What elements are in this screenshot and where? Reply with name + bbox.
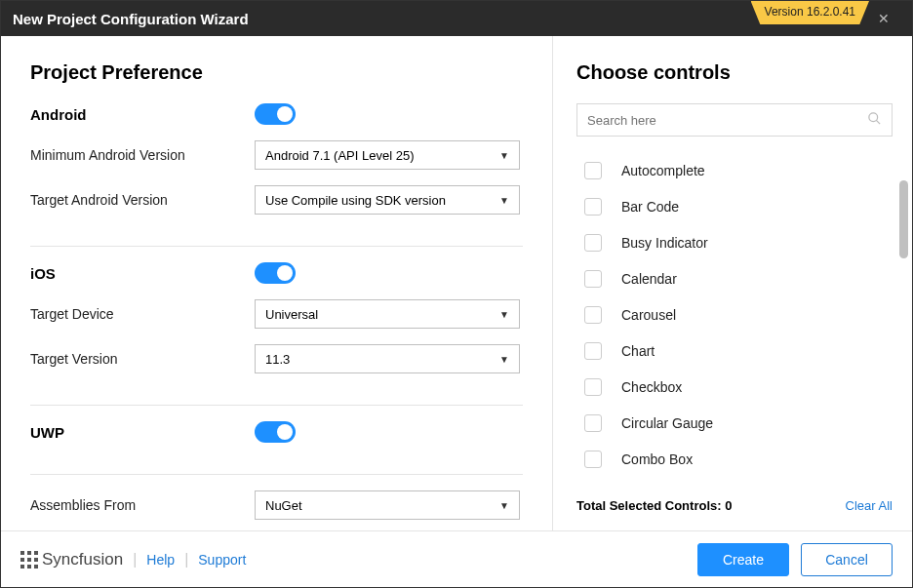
toggle-android[interactable] [255,103,296,125]
svg-rect-3 [27,551,31,555]
checkbox[interactable] [584,198,602,216]
close-icon: ✕ [878,11,890,26]
control-item[interactable]: Combo Box [576,441,887,477]
totals-row: Total Selected Controls: 0 Clear All [576,490,893,521]
control-item-label: Circular Gauge [621,415,713,431]
select-target-android[interactable]: Use Compile using SDK version ▼ [255,185,520,215]
title-bar: New Project Configuration Wizard Version… [1,1,912,36]
control-item[interactable]: Busy Indicator [576,224,887,260]
control-item[interactable]: Checkbox [576,369,887,405]
select-min-android-value: Android 7.1 (API Level 25) [265,148,414,163]
brand-logo: Syncfusion [20,550,123,569]
support-link[interactable]: Support [198,552,246,568]
control-item-label: Checkbox [621,379,682,395]
label-assemblies-from: Assemblies From [30,497,255,513]
svg-rect-6 [27,558,31,562]
chevron-down-icon: ▼ [499,309,509,320]
select-target-device[interactable]: Universal ▼ [255,299,520,329]
checkbox[interactable] [584,342,602,360]
svg-rect-8 [20,565,24,568]
control-item[interactable]: Circular Gauge [576,405,887,441]
section-assemblies: Assemblies From NuGet ▼ [30,490,523,530]
section-uwp: UWP [30,421,523,475]
control-item[interactable]: Carousel [576,296,887,333]
select-target-version-value: 11.3 [265,352,290,367]
label-target-version: Target Version [30,351,255,367]
chevron-down-icon: ▼ [499,500,509,511]
platform-ios-label: iOS [30,265,255,282]
content: Project Preference Android Minimum Andro… [1,36,912,530]
project-preference-pane: Project Preference Android Minimum Andro… [1,36,552,530]
checkbox[interactable] [584,306,602,324]
cancel-button[interactable]: Cancel [801,543,893,576]
svg-rect-5 [20,558,24,562]
separator: | [184,551,188,568]
label-target-android: Target Android Version [30,192,255,208]
svg-rect-7 [34,558,38,562]
select-target-android-value: Use Compile using SDK version [265,193,446,208]
footer: Syncfusion | Help | Support Create Cance… [1,530,912,587]
search-wrap [576,103,893,137]
search-input[interactable] [587,113,867,128]
svg-rect-4 [34,551,38,555]
svg-point-0 [869,113,878,122]
control-item-label: Bar Code [621,199,679,215]
version-badge: Version 16.2.0.41 [751,1,869,24]
select-assemblies-from[interactable]: NuGet ▼ [255,490,520,520]
create-button[interactable]: Create [697,543,789,576]
control-item[interactable]: Chart [576,333,887,369]
svg-rect-9 [27,565,31,568]
select-target-device-value: Universal [265,307,318,322]
checkbox[interactable] [584,270,602,288]
clear-all-link[interactable]: Clear All [846,498,893,513]
control-item-label: Calendar [621,271,677,287]
select-assemblies-from-value: NuGet [265,498,302,513]
platform-android-label: Android [30,106,255,123]
project-preference-header: Project Preference [30,61,523,84]
toggle-ios[interactable] [255,262,296,284]
checkbox[interactable] [584,451,602,468]
control-item[interactable]: Bar Code [576,188,887,224]
checkbox[interactable] [584,234,602,252]
choose-controls-header: Choose controls [576,61,893,84]
control-item-label: Combo Box [621,451,693,467]
chevron-down-icon: ▼ [499,195,509,206]
section-ios: iOS Target Device Universal ▼ Target Ver… [30,262,523,406]
platform-uwp-label: UWP [30,424,255,441]
scrollbar-thumb[interactable] [899,180,908,258]
label-min-android: Minimum Android Version [30,147,255,163]
chevron-down-icon: ▼ [499,150,509,161]
control-item-label: Carousel [621,307,676,323]
syncfusion-icon [20,551,38,568]
control-item-label: Autocomplete [621,163,705,178]
svg-line-1 [876,120,880,124]
help-link[interactable]: Help [146,552,175,568]
window-title: New Project Configuration Wizard [13,11,249,27]
close-button[interactable]: ✕ [867,11,900,26]
select-min-android[interactable]: Android 7.1 (API Level 25) ▼ [255,140,520,170]
control-item[interactable]: Calendar [576,260,887,296]
control-item-label: Chart [621,343,655,359]
svg-rect-10 [34,565,38,568]
brand-text: Syncfusion [42,550,123,569]
separator: | [133,551,137,568]
checkbox[interactable] [584,378,602,396]
control-list[interactable]: AutocompleteBar CodeBusy IndicatorCalend… [576,152,893,490]
total-selected-label: Total Selected Controls: 0 [576,498,732,513]
label-target-device: Target Device [30,306,255,322]
chevron-down-icon: ▼ [499,354,509,365]
choose-controls-pane: Choose controls AutocompleteBar CodeBusy… [553,36,912,530]
select-target-version[interactable]: 11.3 ▼ [255,344,520,373]
checkbox[interactable] [584,162,602,179]
search-icon [867,111,882,129]
section-android: Android Minimum Android Version Android … [30,103,523,247]
svg-rect-2 [20,551,24,555]
checkbox[interactable] [584,414,602,432]
toggle-uwp[interactable] [255,421,296,443]
control-item-label: Busy Indicator [621,235,708,251]
control-item[interactable]: Autocomplete [576,152,887,188]
